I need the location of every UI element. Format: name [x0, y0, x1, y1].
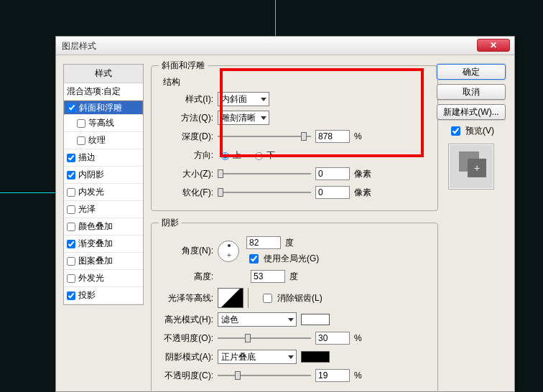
- list-item-label: 内阴影: [78, 169, 104, 181]
- soften-label: 软化(F):: [159, 187, 218, 199]
- input-value: 19: [318, 370, 328, 381]
- highlight-opacity-label: 不透明度(O):: [159, 332, 218, 345]
- style-item-contour[interactable]: 等高线: [64, 115, 143, 132]
- altitude-unit: 度: [289, 271, 298, 283]
- checkbox-color-overlay[interactable]: [67, 223, 75, 231]
- checkbox-texture[interactable]: [77, 136, 85, 145]
- checkbox-pattern-overlay[interactable]: [67, 257, 75, 266]
- ok-button[interactable]: 确定: [437, 64, 506, 80]
- checkbox-bevel[interactable]: [68, 103, 76, 112]
- styles-list-panel: 样式 混合选项:自定 斜面和浮雕 等高线 纹理 描边 内阴影 内发光 光泽 颜色…: [63, 64, 144, 305]
- input-value: 0: [318, 169, 323, 179]
- size-input[interactable]: 0: [315, 167, 350, 180]
- checkbox-contour[interactable]: [77, 119, 85, 128]
- technique-label: 方法(Q):: [159, 112, 218, 124]
- checkbox-inner-shadow[interactable]: [67, 171, 75, 179]
- list-item-label: 光泽: [78, 203, 96, 215]
- select-value: 滤色: [221, 314, 238, 326]
- chevron-down-icon: [261, 116, 266, 120]
- bevel-group-legend: 斜面和浮雕: [159, 60, 208, 72]
- shading-legend: 阴影: [159, 217, 182, 229]
- use-global-light-checkbox[interactable]: [249, 254, 259, 263]
- style-label: 样式(I):: [159, 93, 218, 106]
- checkbox-satin[interactable]: [67, 205, 75, 214]
- chevron-down-icon: [288, 318, 294, 322]
- antialias-label: 消除锯齿(L): [277, 292, 322, 304]
- checkbox-inner-glow[interactable]: [67, 188, 75, 197]
- style-item-inner-shadow[interactable]: 内阴影: [64, 167, 143, 184]
- style-item-satin[interactable]: 光泽: [64, 201, 143, 218]
- highlight-color-swatch[interactable]: [301, 314, 330, 325]
- angle-input[interactable]: 82: [246, 236, 281, 249]
- list-item-label: 投影: [78, 289, 96, 302]
- soften-unit: 像素: [354, 187, 371, 199]
- use-global-light-label: 使用全局光(G): [264, 253, 319, 265]
- highlight-mode-select[interactable]: 滤色: [218, 312, 297, 327]
- checkbox-stroke[interactable]: [67, 154, 75, 162]
- chevron-down-icon: [261, 98, 266, 101]
- preview-label: 预览(V): [465, 125, 494, 137]
- close-icon[interactable]: ✕: [477, 39, 510, 52]
- checkbox-drop-shadow[interactable]: [67, 291, 75, 300]
- style-item-bevel[interactable]: 斜面和浮雕: [64, 101, 143, 115]
- select-value: 内斜面: [221, 93, 247, 106]
- style-item-outer-glow[interactable]: 外发光: [64, 270, 143, 287]
- highlight-opacity-slider[interactable]: [218, 333, 311, 343]
- new-style-button[interactable]: 新建样式(W)...: [437, 104, 506, 120]
- style-item-gradient-overlay[interactable]: 渐变叠加: [64, 235, 143, 253]
- soften-input[interactable]: 0: [315, 186, 350, 199]
- depth-slider[interactable]: [218, 131, 311, 141]
- list-item-label: 描边: [78, 151, 96, 164]
- blend-options-label: 混合选项:自定: [67, 85, 121, 98]
- shadow-mode-select[interactable]: 正片叠底: [218, 350, 297, 364]
- direction-up-radio[interactable]: [221, 152, 229, 160]
- list-item-label: 斜面和浮雕: [79, 102, 122, 114]
- highlight-opacity-input[interactable]: 30: [315, 332, 350, 345]
- depth-unit: %: [354, 131, 362, 141]
- titlebar[interactable]: 图层样式 ✕: [56, 37, 514, 55]
- shadow-mode-label: 阴影模式(A):: [159, 351, 218, 363]
- select-value: 正片叠底: [221, 351, 256, 363]
- styles-header[interactable]: 样式: [64, 65, 143, 83]
- list-item-label: 图案叠加: [78, 255, 113, 267]
- shadow-color-swatch[interactable]: [301, 351, 330, 363]
- checkbox-gradient-overlay[interactable]: [67, 240, 75, 248]
- depth-input[interactable]: 878: [315, 130, 350, 143]
- direction-down-label: 下: [266, 149, 275, 162]
- shadow-opacity-input[interactable]: 19: [315, 369, 350, 382]
- soften-slider[interactable]: [218, 187, 311, 197]
- style-item-inner-glow[interactable]: 内发光: [64, 184, 143, 201]
- layer-style-dialog: 图层样式 ✕ 样式 混合选项:自定 斜面和浮雕 等高线 纹理 描边 内阴影 内发…: [55, 36, 515, 392]
- style-item-texture[interactable]: 纹理: [64, 132, 143, 149]
- preview-checkbox[interactable]: [451, 126, 460, 136]
- style-item-stroke[interactable]: 描边: [64, 149, 143, 167]
- list-item-label: 颜色叠加: [78, 220, 113, 233]
- style-item-color-overlay[interactable]: 颜色叠加: [64, 218, 143, 235]
- angle-label: 角度(N):: [159, 245, 218, 257]
- style-item-drop-shadow[interactable]: 投影: [64, 287, 143, 304]
- angle-dial[interactable]: +: [218, 241, 239, 262]
- guide-horizontal: [0, 192, 55, 193]
- opacity-unit: %: [354, 370, 362, 381]
- structure-sublabel: 结构: [159, 76, 430, 88]
- gloss-contour-dropdown[interactable]: [248, 288, 253, 308]
- shadow-opacity-slider[interactable]: [218, 370, 311, 381]
- guide-vertical: [275, 0, 276, 36]
- gloss-contour-picker[interactable]: [218, 288, 243, 308]
- style-select[interactable]: 内斜面: [218, 92, 269, 106]
- direction-up-label: 上: [233, 149, 241, 162]
- list-item-label: 内发光: [78, 186, 104, 198]
- size-slider[interactable]: [218, 169, 311, 179]
- cancel-button[interactable]: 取消: [437, 84, 506, 100]
- style-item-pattern-overlay[interactable]: 图案叠加: [64, 253, 143, 270]
- preview-thumbnail: [448, 144, 494, 190]
- technique-select[interactable]: 雕刻清晰: [218, 111, 269, 125]
- antialias-checkbox[interactable]: [263, 294, 272, 303]
- direction-down-radio[interactable]: [255, 152, 263, 160]
- checkbox-outer-glow[interactable]: [67, 274, 75, 283]
- shading-group: 阴影 角度(N): + 82 度 使用全局光(G): [151, 217, 438, 392]
- blend-options-row[interactable]: 混合选项:自定: [64, 83, 143, 101]
- opacity-unit: %: [354, 333, 362, 343]
- altitude-input[interactable]: 53: [251, 270, 285, 283]
- list-item-label: 外发光: [78, 272, 104, 284]
